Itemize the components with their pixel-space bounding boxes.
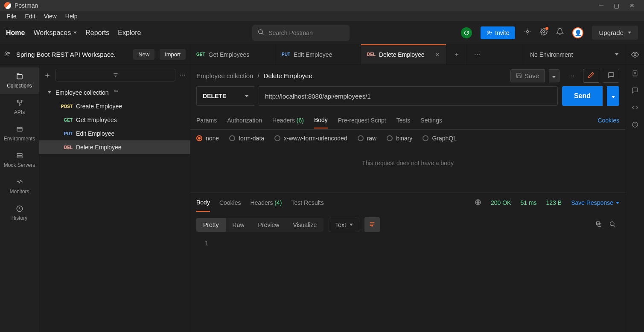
request-row-create[interactable]: POST Create Employee bbox=[39, 99, 190, 113]
search-box[interactable]: Search Postman bbox=[252, 25, 350, 41]
filter-input[interactable] bbox=[55, 69, 175, 82]
search-response-icon[interactable] bbox=[606, 221, 619, 229]
tab-body[interactable]: Body bbox=[314, 112, 328, 128]
collection-name: Employee collection bbox=[55, 89, 109, 96]
rail-environments[interactable]: Environments bbox=[0, 120, 39, 147]
environment-selector[interactable]: No Environment bbox=[523, 44, 625, 64]
url-input[interactable] bbox=[259, 86, 558, 106]
comments-icon[interactable] bbox=[632, 87, 638, 96]
body-xwww[interactable]: x-www-form-urlencoded bbox=[274, 135, 347, 142]
cookies-link[interactable]: Cookies bbox=[597, 117, 619, 124]
workspace-name[interactable]: Spring Boot REST API Workspace. bbox=[16, 51, 128, 58]
body-graphql[interactable]: GraphQL bbox=[423, 135, 457, 142]
info-icon[interactable] bbox=[632, 121, 638, 130]
resp-tab-cookies[interactable]: Cookies bbox=[219, 194, 241, 211]
save-response-button[interactable]: Save Response bbox=[571, 199, 619, 206]
save-dropdown[interactable] bbox=[549, 69, 559, 82]
add-icon[interactable]: ＋ bbox=[44, 70, 51, 80]
body-binary[interactable]: binary bbox=[387, 135, 412, 142]
resp-tab-headers[interactable]: Headers (4) bbox=[251, 194, 282, 211]
maximize-icon[interactable]: ▢ bbox=[609, 2, 624, 9]
resp-tab-tests[interactable]: Test Results bbox=[291, 194, 323, 211]
tab-headers-label: Headers bbox=[272, 117, 295, 124]
edit-icon[interactable] bbox=[583, 69, 599, 83]
network-icon[interactable] bbox=[475, 199, 481, 207]
sidebar-options-icon[interactable]: ⋯ bbox=[180, 72, 186, 79]
tab-delete-employee[interactable]: DEL Delete Employee ✕ bbox=[361, 44, 446, 64]
view-pretty[interactable]: Pretty bbox=[196, 218, 226, 232]
breadcrumb-sep: / bbox=[257, 72, 259, 79]
close-icon[interactable]: ✕ bbox=[624, 2, 640, 9]
send-button[interactable]: Send bbox=[562, 86, 603, 106]
collection-row[interactable]: Employee collection bbox=[39, 85, 190, 99]
svg-point-0 bbox=[259, 30, 262, 34]
rail-mock-servers[interactable]: Mock Servers bbox=[0, 147, 39, 173]
chevron-down-icon bbox=[48, 91, 51, 93]
comment-icon[interactable] bbox=[603, 69, 619, 83]
body-raw[interactable]: raw bbox=[358, 135, 377, 142]
tab-edit-employee[interactable]: PUT Edit Employee bbox=[276, 44, 361, 64]
radio-label: GraphQL bbox=[432, 135, 457, 142]
request-row-delete[interactable]: DEL Delete Employee bbox=[39, 140, 190, 154]
history-icon bbox=[16, 205, 23, 213]
minimize-icon[interactable]: ─ bbox=[594, 2, 609, 9]
nav-reports[interactable]: Reports bbox=[85, 29, 109, 37]
rail-monitors[interactable]: Monitors bbox=[0, 173, 39, 200]
view-raw[interactable]: Raw bbox=[226, 218, 251, 232]
breadcrumb-current: Delete Employee bbox=[264, 72, 312, 79]
tab-tests[interactable]: Tests bbox=[396, 113, 411, 128]
radio-label: none bbox=[206, 135, 219, 142]
response-content[interactable] bbox=[213, 240, 619, 329]
tab-settings[interactable]: Settings bbox=[420, 113, 442, 128]
bell-icon[interactable] bbox=[556, 28, 564, 38]
tab-headers[interactable]: Headers (6) bbox=[272, 113, 304, 128]
invite-button[interactable]: Invite bbox=[481, 26, 515, 39]
copy-icon[interactable] bbox=[592, 221, 606, 229]
svg-point-13 bbox=[19, 104, 20, 105]
send-dropdown[interactable] bbox=[607, 86, 619, 106]
radio-label: x-www-form-urlencoded bbox=[284, 135, 347, 142]
settings-icon[interactable] bbox=[540, 28, 548, 38]
save-button[interactable]: Save bbox=[510, 69, 545, 82]
menu-help[interactable]: Help bbox=[61, 12, 82, 20]
tab-prerequest[interactable]: Pre-request Script bbox=[338, 113, 386, 128]
rail-apis[interactable]: APIs bbox=[0, 94, 39, 120]
sync-icon[interactable] bbox=[461, 27, 472, 38]
tab-authorization[interactable]: Authorization bbox=[227, 113, 262, 128]
request-row-edit[interactable]: PUT Edit Employee bbox=[39, 127, 190, 140]
tab-get-employees[interactable]: GET Get Employees bbox=[190, 44, 276, 64]
request-row-get[interactable]: GET Get Employees bbox=[39, 113, 190, 127]
tab-overflow-icon[interactable]: ⋯ bbox=[467, 44, 487, 64]
code-icon[interactable] bbox=[632, 104, 638, 113]
chevron-down-icon bbox=[350, 224, 353, 226]
resp-tab-body[interactable]: Body bbox=[196, 194, 210, 212]
view-preview[interactable]: Preview bbox=[251, 218, 286, 232]
svg-rect-17 bbox=[17, 156, 22, 158]
body-form-data[interactable]: form-data bbox=[229, 135, 264, 142]
method-dropdown[interactable]: DELETE bbox=[196, 86, 254, 106]
request-options-icon[interactable]: ⋯ bbox=[564, 72, 579, 79]
nav-workspaces[interactable]: Workspaces bbox=[33, 29, 77, 37]
avatar[interactable]: 👤 bbox=[572, 27, 583, 38]
body-none[interactable]: none bbox=[196, 135, 219, 142]
rail-history[interactable]: History bbox=[0, 200, 39, 226]
documentation-icon[interactable] bbox=[632, 70, 638, 79]
nav-home[interactable]: Home bbox=[6, 29, 25, 37]
wrap-lines-icon[interactable] bbox=[364, 217, 380, 232]
format-dropdown[interactable]: Text bbox=[329, 218, 359, 232]
menu-edit[interactable]: Edit bbox=[21, 12, 40, 20]
environment-quicklook-icon[interactable] bbox=[625, 44, 644, 64]
capture-icon[interactable] bbox=[524, 28, 531, 38]
view-visualize[interactable]: Visualize bbox=[286, 218, 323, 232]
menu-view[interactable]: View bbox=[40, 12, 61, 20]
close-tab-icon[interactable]: ✕ bbox=[435, 51, 440, 58]
import-button[interactable]: Import bbox=[160, 49, 186, 60]
upgrade-button[interactable]: Upgrade bbox=[592, 26, 638, 40]
breadcrumb-parent[interactable]: Employee collection bbox=[196, 72, 253, 79]
tab-params[interactable]: Params bbox=[196, 113, 217, 128]
rail-collections[interactable]: Collections bbox=[0, 67, 39, 94]
nav-explore[interactable]: Explore bbox=[118, 29, 141, 37]
new-button[interactable]: New bbox=[133, 49, 154, 60]
menu-file[interactable]: File bbox=[3, 12, 21, 20]
new-tab-button[interactable]: ＋ bbox=[446, 44, 467, 64]
